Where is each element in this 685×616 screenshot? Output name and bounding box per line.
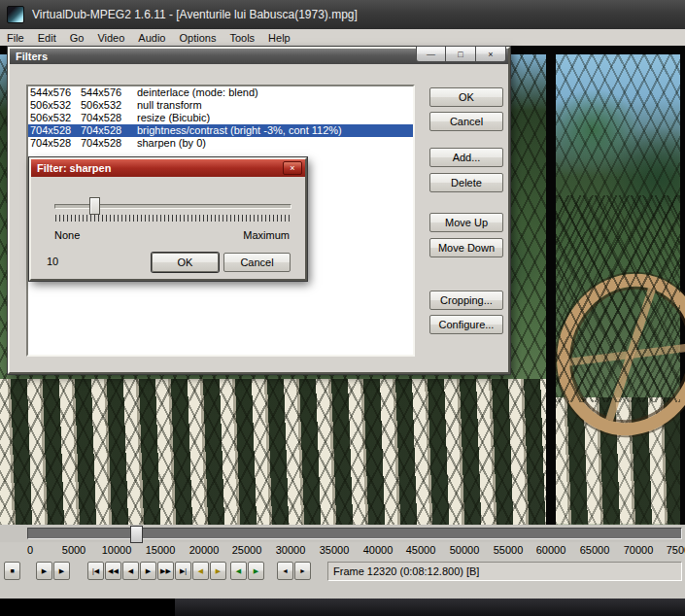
go-to-start-button[interactable]: |◀ [87,562,104,580]
cartwheel-shape [536,255,685,455]
go-to-end-button[interactable]: ▶| [175,562,191,580]
minimize-button[interactable]: — [416,46,446,62]
sharpen-dialog-title: Filter: sharpen [37,162,111,174]
timeline-tick-label: 5000 [62,544,86,556]
sharpen-ok-button[interactable]: OK [152,253,219,272]
timeline-tick-label: 40000 [363,544,394,556]
menu-item-file[interactable]: File [0,31,31,45]
filters-cancel-button[interactable]: Cancel [429,112,503,131]
window-caption-buttons: — □ × [416,46,506,62]
filter-list-item[interactable]: 506x532 506x532 null transform [28,99,413,112]
filter-list-item[interactable]: 544x576 544x576 deinterlace (mode: blend… [28,86,413,99]
taskbar-strip [175,599,685,616]
filter-dst-size: 704x528 [81,124,137,137]
filter-dst-size: 704x528 [81,112,137,124]
seek-track[interactable] [27,528,682,539]
timeline-ruler: 0 5000 10000 15000 20000 25000 30000 350… [0,542,685,560]
menu-item-help[interactable]: Help [261,31,297,45]
position-seek-bar[interactable] [0,525,685,542]
menubar: File Edit Go Video Audio Options Tools H… [0,29,685,47]
filters-ok-button[interactable]: OK [429,87,503,107]
next-scene-button[interactable]: ▶ [248,562,264,580]
filter-name: null transform [137,99,202,112]
status-bar: Frame 12320 (0:08:12.800) [B] [327,562,682,581]
filter-src-size: 544x576 [30,86,81,99]
timeline-tick-label: 55000 [494,544,524,556]
mark-out-button[interactable]: ► [294,562,311,580]
filter-name: sharpen (by 0) [137,137,206,150]
slider-tick-marks [55,215,291,222]
stop-button[interactable]: ■ [4,562,20,580]
timeline-tick-label: 75000 [667,544,685,556]
timeline-tick-label: 60000 [536,544,566,556]
filters-cropping-button[interactable]: Cropping... [429,291,503,310]
filters-dialog-titlebar[interactable]: Filters — □ × [10,49,508,64]
filter-name: resize (Bicubic) [137,112,210,124]
sharpen-dialog-titlebar[interactable]: Filter: sharpen × [31,159,305,177]
windows-taskbar[interactable] [0,599,685,616]
sharpen-cancel-button[interactable]: Cancel [223,253,291,272]
filters-add-button[interactable]: Add... [429,148,503,167]
sharpen-dialog: Filter: sharpen × None Maximum 10 OK Can… [29,157,307,281]
filter-list-item-selected[interactable]: 704x528 704x528 brightness/contrast (bri… [28,124,413,137]
step-back-fast-button[interactable]: ◀◀ [105,562,121,580]
filter-src-size: 704x528 [30,124,81,137]
menu-item-edit[interactable]: Edit [31,31,63,45]
filters-move-up-button[interactable]: Move Up [429,213,503,232]
close-button[interactable]: × [476,46,506,62]
filter-name: brightness/contrast (bright -3%, cont 11… [137,124,342,137]
filter-list-item[interactable]: 506x532 704x528 resize (Bicubic) [28,112,413,124]
prev-scene-button[interactable]: ◀ [230,562,247,580]
window-title: VirtualDub-MPEG2 1.6.11 - [Aventurile lu… [32,8,358,21]
seek-thumb[interactable] [130,526,143,543]
timeline-tick-label: 30000 [276,544,306,556]
step-forward-fast-button[interactable]: ▶▶ [157,562,174,580]
timeline-tick-label: 70000 [624,544,654,556]
timeline-tick-label: 15000 [146,544,176,556]
filter-dst-size: 506x532 [81,99,137,112]
play-output-button[interactable]: ▶ [53,562,70,580]
play-input-button[interactable]: ▶ [36,562,52,580]
menu-item-tools[interactable]: Tools [223,31,261,45]
maximize-button[interactable]: □ [446,46,476,62]
timeline-tick-label: 25000 [232,544,262,556]
filter-dst-size: 544x576 [81,86,137,99]
timeline-tick-label: 45000 [406,544,436,556]
filter-src-size: 704x528 [30,137,81,150]
virtualdub-window: VirtualDub-MPEG2 1.6.11 - [Aventurile lu… [0,0,685,616]
virtualdub-app-icon [7,6,24,23]
window-titlebar[interactable]: VirtualDub-MPEG2 1.6.11 - [Aventurile lu… [0,0,685,29]
slider-max-label: Maximum [243,229,290,241]
filters-dialog-title: Filters [16,51,48,62]
filter-name: deinterlace (mode: blend) [137,86,258,99]
step-forward-button[interactable]: ▶ [140,562,156,580]
sharpen-value: 10 [47,256,58,267]
menu-item-go[interactable]: Go [63,31,91,45]
filter-src-size: 506x532 [30,112,81,124]
timeline-tick-label: 20000 [189,544,220,556]
transport-controls: ■ ▶ ▶ |◀ ◀◀ ◀ ▶ ▶▶ ▶| ◀ ▶ ◀ ▶ ◄ ► [4,562,311,580]
timeline-tick-label: 10000 [102,544,132,556]
menu-item-video[interactable]: Video [90,31,131,45]
timeline-tick-label: 35000 [320,544,350,556]
next-keyframe-button[interactable]: ▶ [210,562,226,580]
menu-item-options[interactable]: Options [172,31,223,45]
frame-status-text: Frame 12320 (0:08:12.800) [B] [333,565,479,577]
timeline-tick-label: 0 [27,544,33,556]
filter-list-item[interactable]: 704x528 704x528 sharpen (by 0) [28,137,413,150]
filter-src-size: 506x532 [30,99,81,112]
filters-configure-button[interactable]: Configure... [429,315,503,334]
timeline-tick-label: 65000 [580,544,610,556]
step-back-button[interactable]: ◀ [122,562,139,580]
filter-dst-size: 704x528 [81,137,137,150]
menu-item-audio[interactable]: Audio [131,31,172,45]
sharpen-slider-thumb[interactable] [89,197,100,215]
prev-keyframe-button[interactable]: ◀ [192,562,209,580]
close-icon[interactable]: × [283,161,302,175]
filters-delete-button[interactable]: Delete [429,173,503,192]
timeline-tick-label: 50000 [450,544,480,556]
mark-in-button[interactable]: ◄ [277,562,293,580]
slider-min-label: None [54,229,80,241]
filters-move-down-button[interactable]: Move Down [429,238,503,257]
video-pane-output [556,54,680,525]
